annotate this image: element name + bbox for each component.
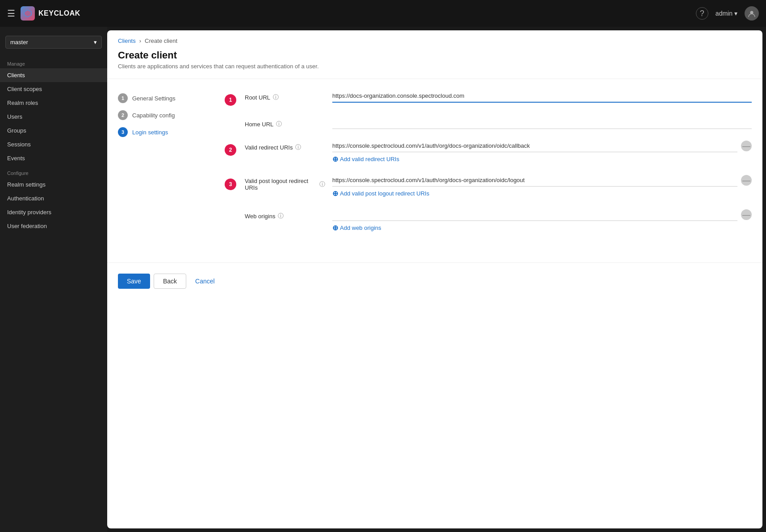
- app-logo: KEYCLOAK: [21, 6, 80, 21]
- step-2-label: Capability config: [132, 112, 175, 119]
- home-url-help-icon[interactable]: ⓘ: [276, 120, 282, 128]
- step-badge-3: 3: [225, 179, 236, 190]
- sidebar-item-groups[interactable]: Groups: [0, 124, 107, 137]
- add-valid-post-logout-uri-button[interactable]: ⊕ Add valid post logout redirect URIs: [332, 189, 752, 198]
- sidebar-item-authentication[interactable]: Authentication: [0, 191, 107, 205]
- action-buttons: Save Back Cancel: [107, 262, 762, 299]
- home-url-label: Home URL ⓘ: [245, 116, 325, 128]
- step-1-label: General Settings: [132, 95, 176, 102]
- valid-post-logout-label: Valid post logout redirect URIs ⓘ: [245, 174, 325, 191]
- sidebar-item-realm-settings-label: Realm settings: [7, 181, 46, 188]
- add-post-logout-plus-icon: ⊕: [332, 189, 338, 198]
- sidebar-item-realm-roles[interactable]: Realm roles: [0, 96, 107, 110]
- breadcrumb-current: Create client: [145, 37, 177, 44]
- form-area: 1 Root URL ⓘ: [222, 90, 752, 243]
- step-item-2[interactable]: 2 Capability config: [118, 107, 207, 124]
- realm-dropdown-icon: ▾: [94, 39, 97, 46]
- avatar[interactable]: [745, 6, 759, 21]
- sidebar-item-events[interactable]: Events: [0, 151, 107, 165]
- web-origins-input-0[interactable]: [332, 208, 737, 221]
- sidebar-item-client-scopes[interactable]: Client scopes: [0, 82, 107, 96]
- web-origins-label: Web origins ⓘ: [245, 208, 325, 220]
- page-title: Create client: [118, 50, 752, 61]
- logo-text: KEYCLOAK: [38, 9, 80, 17]
- add-redirect-plus-icon: ⊕: [332, 155, 338, 163]
- valid-post-logout-field: — ⊕ Add valid post logout redirect URIs: [332, 174, 752, 198]
- add-valid-redirect-uri-button[interactable]: ⊕ Add valid redirect URIs: [332, 155, 752, 163]
- dropdown-arrow-icon: ▾: [734, 10, 737, 17]
- sidebar-item-authentication-label: Authentication: [7, 195, 44, 202]
- configure-section-label: Configure: [0, 165, 107, 178]
- step-3-label: Login settings: [132, 129, 168, 136]
- sidebar-item-users[interactable]: Users: [0, 110, 107, 124]
- step-3-number: 3: [118, 127, 128, 137]
- valid-post-logout-help-icon[interactable]: ⓘ: [319, 180, 325, 188]
- page-header: Create client Clients are applications a…: [107, 44, 762, 79]
- step-badge-2: 2: [225, 144, 236, 156]
- main-content: Clients › Create client Create client Cl…: [107, 30, 762, 528]
- logo-icon: [21, 6, 35, 21]
- realm-selector[interactable]: master ▾: [5, 36, 102, 49]
- remove-redirect-uri-button-0[interactable]: —: [741, 141, 752, 151]
- sidebar-item-sessions-label: Sessions: [7, 141, 31, 148]
- breadcrumb: Clients › Create client: [107, 30, 762, 44]
- remove-web-origins-button-0[interactable]: —: [741, 209, 752, 220]
- sidebar-item-realm-roles-label: Realm roles: [7, 100, 38, 106]
- root-url-field: [332, 90, 752, 103]
- add-web-origins-plus-icon: ⊕: [332, 224, 338, 232]
- breadcrumb-separator: ›: [139, 37, 141, 44]
- sidebar-item-identity-providers-label: Identity providers: [7, 209, 51, 216]
- manage-section-label: Manage: [0, 56, 107, 68]
- add-web-origins-button[interactable]: ⊕ Add web origins: [332, 224, 752, 232]
- valid-post-logout-uri-input-0[interactable]: [332, 174, 737, 187]
- step-badge-1: 1: [225, 94, 236, 106]
- sidebar-item-client-scopes-label: Client scopes: [7, 86, 42, 92]
- root-url-label: Root URL ⓘ: [245, 90, 325, 101]
- sidebar-item-realm-settings[interactable]: Realm settings: [0, 178, 107, 191]
- page-subtitle: Clients are applications and services th…: [118, 63, 752, 70]
- home-url-field: [332, 116, 752, 129]
- home-url-input[interactable]: [332, 116, 752, 129]
- step-1-number: 1: [118, 93, 128, 103]
- valid-redirect-uri-input-0[interactable]: [332, 140, 737, 152]
- sidebar-item-users-label: Users: [7, 113, 22, 120]
- root-url-input[interactable]: [332, 90, 752, 103]
- step-2-number: 2: [118, 110, 128, 120]
- valid-redirect-uris-label: Valid redirect URIs ⓘ: [245, 140, 325, 151]
- web-origins-help-icon[interactable]: ⓘ: [278, 212, 284, 220]
- back-button[interactable]: Back: [154, 274, 186, 289]
- sidebar-item-identity-providers[interactable]: Identity providers: [0, 205, 107, 219]
- remove-post-logout-uri-button-0[interactable]: —: [741, 175, 752, 186]
- admin-label: admin: [716, 10, 733, 17]
- step-item-1[interactable]: 1 General Settings: [118, 90, 207, 107]
- sidebar-item-clients[interactable]: Clients: [0, 68, 107, 82]
- sidebar: master ▾ Manage Clients Client scopes Re…: [0, 27, 107, 532]
- navbar: ☰ KEYCLOAK ? admin ▾: [0, 0, 766, 27]
- valid-redirect-uris-field: — ⊕ Add valid redirect URIs: [332, 140, 752, 163]
- step-item-3[interactable]: 3 Login settings: [118, 124, 207, 141]
- hamburger-menu[interactable]: ☰: [7, 8, 15, 19]
- sidebar-item-groups-label: Groups: [7, 127, 26, 134]
- root-url-help-icon[interactable]: ⓘ: [273, 93, 279, 101]
- breadcrumb-parent[interactable]: Clients: [118, 37, 136, 44]
- web-origins-field: — ⊕ Add web origins: [332, 208, 752, 232]
- sidebar-item-sessions[interactable]: Sessions: [0, 137, 107, 151]
- sidebar-item-user-federation-label: User federation: [7, 223, 47, 229]
- save-button[interactable]: Save: [118, 274, 150, 289]
- valid-redirect-help-icon[interactable]: ⓘ: [295, 143, 301, 151]
- sidebar-item-user-federation[interactable]: User federation: [0, 219, 107, 233]
- sidebar-item-clients-label: Clients: [7, 72, 25, 79]
- sidebar-item-events-label: Events: [7, 155, 25, 162]
- steps-nav: 1 General Settings 2 Capability config 3…: [118, 90, 207, 243]
- help-icon[interactable]: ?: [696, 7, 708, 20]
- cancel-button[interactable]: Cancel: [190, 274, 220, 289]
- realm-name: master: [10, 39, 28, 46]
- admin-dropdown[interactable]: admin ▾: [716, 10, 737, 17]
